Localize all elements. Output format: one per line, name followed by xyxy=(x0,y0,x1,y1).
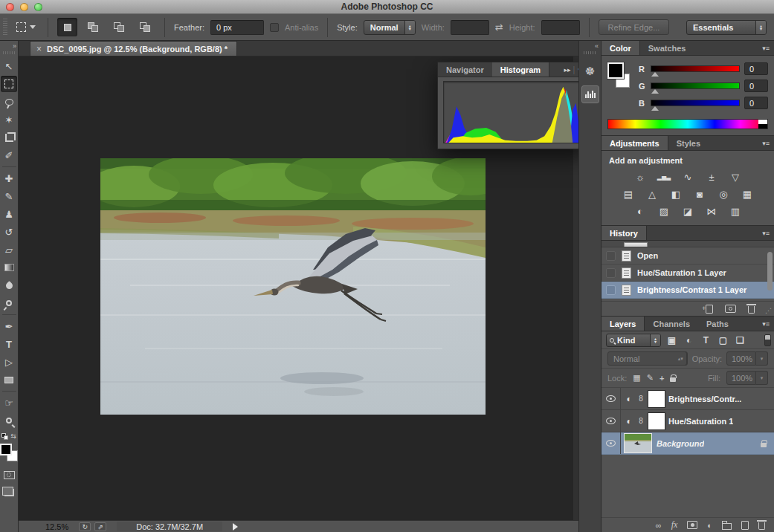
tab-color[interactable]: Color xyxy=(602,41,640,55)
default-colors-icon[interactable] xyxy=(1,433,8,440)
green-slider[interactable] xyxy=(651,82,740,89)
layer-mask-thumbnail[interactable] xyxy=(648,390,665,408)
black-swatch[interactable] xyxy=(758,124,767,129)
history-item-open[interactable]: Open xyxy=(602,247,774,265)
screen-mode-button[interactable] xyxy=(1,484,17,501)
history-source-checkbox[interactable] xyxy=(606,251,616,261)
share-icon[interactable]: ⇗ xyxy=(94,522,106,531)
minimize-window-button[interactable] xyxy=(20,3,28,11)
rectangle-shape-tool[interactable] xyxy=(1,372,17,388)
sync-settings-icon[interactable]: ↻ xyxy=(79,522,91,531)
pen-tool[interactable]: ✒ xyxy=(1,318,17,334)
panel-expand-icon[interactable]: ▸▸ xyxy=(564,66,571,74)
red-slider[interactable] xyxy=(651,65,740,72)
filter-pixel-layers-icon[interactable]: ▣ xyxy=(665,334,678,346)
close-document-icon[interactable]: × xyxy=(36,44,42,54)
layer-name[interactable]: Brightness/Contr... xyxy=(668,395,741,403)
color-spectrum-ramp[interactable] xyxy=(607,119,768,129)
document-tab[interactable]: × DSC_0095.jpg @ 12.5% (Background, RGB/… xyxy=(30,41,237,56)
tab-history[interactable]: History xyxy=(602,226,647,240)
panel-menu-icon[interactable]: ▾≡ xyxy=(762,317,774,331)
photo-filter-icon[interactable]: ◙ xyxy=(691,188,708,201)
slider-thumb-icon[interactable] xyxy=(651,106,659,111)
filter-on-off-toggle[interactable] xyxy=(764,334,771,346)
tool-preset-picker[interactable] xyxy=(13,20,39,34)
new-document-from-state-icon[interactable] xyxy=(706,305,713,314)
gradient-map-icon[interactable]: ⋈ xyxy=(703,205,720,218)
filter-type-layers-icon[interactable]: T xyxy=(700,334,712,346)
red-value-field[interactable]: 0 xyxy=(744,62,768,75)
photo-heron-over-water[interactable] xyxy=(100,158,486,415)
history-item-hue-saturation[interactable]: Hue/Saturation 1 Layer xyxy=(602,265,774,282)
black-white-icon[interactable]: ◧ xyxy=(668,188,684,201)
tools-grip[interactable] xyxy=(3,51,16,54)
visibility-cell[interactable] xyxy=(602,432,621,454)
add-layer-mask-icon[interactable] xyxy=(687,521,697,529)
width-input[interactable] xyxy=(451,20,489,35)
dodge-tool[interactable] xyxy=(1,295,17,311)
delete-state-icon[interactable] xyxy=(748,306,755,314)
height-input[interactable] xyxy=(541,20,580,35)
tab-swatches[interactable]: Swatches xyxy=(640,41,694,55)
histogram-panel-icon[interactable] xyxy=(581,85,599,103)
tab-layers[interactable]: Layers xyxy=(602,317,645,331)
history-scrollbar[interactable] xyxy=(767,252,773,291)
panel-color-swatches[interactable] xyxy=(607,62,633,92)
green-value-field[interactable]: 0 xyxy=(744,80,768,92)
fill-control[interactable]: 100% ▾ xyxy=(726,371,768,385)
workspace-select[interactable]: Essentials ▴▾ xyxy=(686,20,767,35)
layer-row-background[interactable]: Background xyxy=(602,432,774,455)
panel-resize-grip[interactable]: ⋰ xyxy=(765,307,772,314)
options-bar-grip[interactable] xyxy=(3,19,7,36)
intersect-selection-button[interactable] xyxy=(135,18,155,36)
blend-mode-select[interactable]: Normal ▴▾ xyxy=(607,351,688,366)
layer-effects-icon[interactable]: fx xyxy=(671,519,678,531)
tab-styles[interactable]: Styles xyxy=(668,136,709,150)
swap-colors-icon[interactable]: ⇆ xyxy=(10,432,16,440)
filter-adjustment-layers-icon[interactable]: ◐ xyxy=(683,334,695,346)
feather-input[interactable]: 0 px xyxy=(210,20,264,35)
visibility-cell[interactable] xyxy=(602,388,621,409)
foreground-color-swatch[interactable] xyxy=(607,62,624,79)
link-layers-icon[interactable]: ∞ xyxy=(656,521,662,530)
brush-tool[interactable]: ✎ xyxy=(1,188,17,204)
foreground-background-swatches[interactable] xyxy=(0,444,18,461)
clone-stamp-tool[interactable]: ♟ xyxy=(1,206,17,222)
lock-paint-icon[interactable]: ✎ xyxy=(647,373,654,383)
history-brush-tool[interactable]: ↺ xyxy=(1,224,17,240)
slider-thumb-icon[interactable] xyxy=(651,72,659,77)
collapse-tools-icon[interactable]: » xyxy=(13,42,16,50)
status-flyout-icon[interactable] xyxy=(233,523,238,531)
history-snapshot-row[interactable] xyxy=(602,241,774,247)
filter-smart-objects-icon[interactable]: ❏ xyxy=(734,334,746,346)
slider-thumb-icon[interactable] xyxy=(651,89,659,94)
healing-brush-tool[interactable]: ✚ xyxy=(1,170,17,186)
new-group-icon[interactable] xyxy=(722,523,732,530)
adjustment-layer-icon[interactable]: ◐ xyxy=(621,394,637,404)
visibility-cell[interactable] xyxy=(602,410,621,432)
layer-mask-thumbnail[interactable] xyxy=(648,412,665,430)
layer-filter-select[interactable]: Kind ▴▾ xyxy=(606,334,661,347)
close-window-button[interactable] xyxy=(6,3,14,11)
layer-thumbnail[interactable] xyxy=(624,433,652,453)
swap-width-height-icon[interactable]: ⇄ xyxy=(495,22,503,33)
refine-edge-button[interactable]: Refine Edge... xyxy=(599,19,670,35)
crop-tool[interactable] xyxy=(1,129,17,146)
layer-name[interactable]: Hue/Saturation 1 xyxy=(668,417,733,426)
new-adjustment-layer-icon[interactable]: ◐ xyxy=(707,521,712,530)
rectangular-marquee-tool[interactable] xyxy=(1,76,17,92)
lock-transparency-icon[interactable]: ▦ xyxy=(633,373,640,383)
levels-icon[interactable]: ▂▅▃ xyxy=(656,171,672,184)
vibrance-icon[interactable]: ▽ xyxy=(727,171,744,184)
history-source-checkbox[interactable] xyxy=(606,285,616,295)
panel-menu-icon[interactable]: ▾≡ xyxy=(762,226,774,240)
antialias-checkbox[interactable] xyxy=(270,23,279,32)
selective-color-icon[interactable]: ▥ xyxy=(727,205,744,218)
invert-icon[interactable]: ◐ xyxy=(632,205,648,218)
history-source-checkbox[interactable] xyxy=(606,268,616,278)
zoom-level-field[interactable]: 12.5% xyxy=(45,522,68,531)
lasso-tool[interactable] xyxy=(1,94,17,110)
posterize-icon[interactable]: ▨ xyxy=(656,205,672,218)
gradient-tool[interactable] xyxy=(1,259,17,276)
color-lookup-icon[interactable]: ▦ xyxy=(739,188,755,201)
